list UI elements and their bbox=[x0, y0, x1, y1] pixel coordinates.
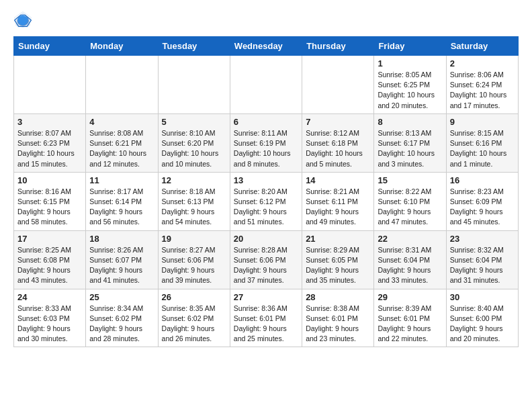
weekday-header-tuesday: Tuesday bbox=[158, 37, 230, 56]
day-cell: 25Sunrise: 8:34 AM Sunset: 6:02 PM Dayli… bbox=[86, 289, 158, 347]
day-cell: 26Sunrise: 8:35 AM Sunset: 6:02 PM Dayli… bbox=[158, 289, 230, 347]
week-row-3: 17Sunrise: 8:25 AM Sunset: 6:08 PM Dayli… bbox=[14, 230, 519, 289]
day-info: Sunrise: 8:08 AM Sunset: 6:21 PM Dayligh… bbox=[89, 128, 154, 169]
day-number: 5 bbox=[162, 117, 226, 127]
day-number: 30 bbox=[450, 292, 515, 302]
day-cell bbox=[230, 56, 302, 114]
day-cell: 4Sunrise: 8:08 AM Sunset: 6:21 PM Daylig… bbox=[86, 113, 158, 172]
day-info: Sunrise: 8:31 AM Sunset: 6:04 PM Dayligh… bbox=[378, 245, 442, 286]
day-number: 9 bbox=[450, 117, 515, 127]
weekday-header-sunday: Sunday bbox=[14, 37, 86, 56]
day-number: 3 bbox=[17, 117, 82, 127]
day-cell: 17Sunrise: 8:25 AM Sunset: 6:08 PM Dayli… bbox=[14, 230, 86, 289]
week-row-2: 10Sunrise: 8:16 AM Sunset: 6:15 PM Dayli… bbox=[14, 172, 519, 230]
day-info: Sunrise: 8:35 AM Sunset: 6:02 PM Dayligh… bbox=[162, 304, 226, 345]
day-info: Sunrise: 8:38 AM Sunset: 6:01 PM Dayligh… bbox=[306, 304, 370, 345]
day-info: Sunrise: 8:18 AM Sunset: 6:13 PM Dayligh… bbox=[162, 187, 226, 228]
day-info: Sunrise: 8:32 AM Sunset: 6:04 PM Dayligh… bbox=[450, 245, 515, 286]
day-cell: 23Sunrise: 8:32 AM Sunset: 6:04 PM Dayli… bbox=[446, 230, 518, 289]
day-info: Sunrise: 8:36 AM Sunset: 6:01 PM Dayligh… bbox=[234, 304, 298, 345]
weekday-header-saturday: Saturday bbox=[446, 37, 518, 56]
day-number: 1 bbox=[378, 58, 442, 68]
day-number: 10 bbox=[17, 175, 82, 185]
day-cell: 3Sunrise: 8:07 AM Sunset: 6:23 PM Daylig… bbox=[14, 113, 86, 172]
day-cell: 1Sunrise: 8:05 AM Sunset: 6:25 PM Daylig… bbox=[374, 56, 446, 114]
day-info: Sunrise: 8:17 AM Sunset: 6:14 PM Dayligh… bbox=[89, 187, 154, 228]
day-cell: 13Sunrise: 8:20 AM Sunset: 6:12 PM Dayli… bbox=[230, 172, 302, 230]
day-number: 22 bbox=[378, 234, 442, 244]
day-cell: 30Sunrise: 8:40 AM Sunset: 6:00 PM Dayli… bbox=[446, 289, 518, 347]
day-info: Sunrise: 8:26 AM Sunset: 6:07 PM Dayligh… bbox=[89, 245, 154, 286]
weekday-header-wednesday: Wednesday bbox=[230, 37, 302, 56]
day-info: Sunrise: 8:21 AM Sunset: 6:11 PM Dayligh… bbox=[306, 187, 370, 228]
day-info: Sunrise: 8:12 AM Sunset: 6:18 PM Dayligh… bbox=[306, 128, 370, 169]
day-number: 28 bbox=[306, 292, 370, 302]
day-cell: 19Sunrise: 8:27 AM Sunset: 6:06 PM Dayli… bbox=[158, 230, 230, 289]
day-cell: 24Sunrise: 8:33 AM Sunset: 6:03 PM Dayli… bbox=[14, 289, 86, 347]
day-number: 23 bbox=[450, 234, 515, 244]
day-number: 25 bbox=[89, 292, 154, 302]
day-info: Sunrise: 8:25 AM Sunset: 6:08 PM Dayligh… bbox=[17, 245, 82, 286]
day-number: 14 bbox=[306, 175, 370, 185]
day-cell: 15Sunrise: 8:22 AM Sunset: 6:10 PM Dayli… bbox=[374, 172, 446, 230]
day-number: 2 bbox=[450, 58, 515, 68]
day-number: 13 bbox=[234, 175, 298, 185]
day-number: 8 bbox=[378, 117, 442, 127]
day-cell: 28Sunrise: 8:38 AM Sunset: 6:01 PM Dayli… bbox=[302, 289, 374, 347]
day-info: Sunrise: 8:22 AM Sunset: 6:10 PM Dayligh… bbox=[378, 187, 442, 228]
day-info: Sunrise: 8:29 AM Sunset: 6:05 PM Dayligh… bbox=[306, 245, 370, 286]
weekday-header-monday: Monday bbox=[86, 37, 158, 56]
day-cell: 10Sunrise: 8:16 AM Sunset: 6:15 PM Dayli… bbox=[14, 172, 86, 230]
day-info: Sunrise: 8:33 AM Sunset: 6:03 PM Dayligh… bbox=[17, 304, 82, 345]
day-cell: 27Sunrise: 8:36 AM Sunset: 6:01 PM Dayli… bbox=[230, 289, 302, 347]
day-info: Sunrise: 8:20 AM Sunset: 6:12 PM Dayligh… bbox=[234, 187, 298, 228]
day-cell: 14Sunrise: 8:21 AM Sunset: 6:11 PM Dayli… bbox=[302, 172, 374, 230]
day-number: 19 bbox=[162, 234, 226, 244]
day-number: 18 bbox=[89, 234, 154, 244]
logo bbox=[13, 11, 36, 30]
day-info: Sunrise: 8:28 AM Sunset: 6:06 PM Dayligh… bbox=[234, 245, 298, 286]
day-info: Sunrise: 8:05 AM Sunset: 6:25 PM Dayligh… bbox=[378, 70, 442, 111]
day-number: 27 bbox=[234, 292, 298, 302]
weekday-header-row: SundayMondayTuesdayWednesdayThursdayFrid… bbox=[14, 37, 519, 56]
week-row-0: 1Sunrise: 8:05 AM Sunset: 6:25 PM Daylig… bbox=[14, 56, 519, 114]
day-number: 26 bbox=[162, 292, 226, 302]
calendar-table: SundayMondayTuesdayWednesdayThursdayFrid… bbox=[13, 36, 519, 347]
day-info: Sunrise: 8:06 AM Sunset: 6:24 PM Dayligh… bbox=[450, 70, 515, 111]
week-row-1: 3Sunrise: 8:07 AM Sunset: 6:23 PM Daylig… bbox=[14, 113, 519, 172]
day-info: Sunrise: 8:39 AM Sunset: 6:01 PM Dayligh… bbox=[378, 304, 442, 345]
day-cell bbox=[14, 56, 86, 114]
day-cell: 9Sunrise: 8:15 AM Sunset: 6:16 PM Daylig… bbox=[446, 113, 518, 172]
week-row-4: 24Sunrise: 8:33 AM Sunset: 6:03 PM Dayli… bbox=[14, 289, 519, 347]
day-number: 16 bbox=[450, 175, 515, 185]
day-number: 11 bbox=[89, 175, 154, 185]
day-number: 12 bbox=[162, 175, 226, 185]
day-info: Sunrise: 8:07 AM Sunset: 6:23 PM Dayligh… bbox=[17, 128, 82, 169]
day-cell: 18Sunrise: 8:26 AM Sunset: 6:07 PM Dayli… bbox=[86, 230, 158, 289]
day-number: 17 bbox=[17, 234, 82, 244]
day-cell: 12Sunrise: 8:18 AM Sunset: 6:13 PM Dayli… bbox=[158, 172, 230, 230]
day-cell: 21Sunrise: 8:29 AM Sunset: 6:05 PM Dayli… bbox=[302, 230, 374, 289]
logo-icon bbox=[13, 11, 32, 30]
day-number: 4 bbox=[89, 117, 154, 127]
day-cell: 6Sunrise: 8:11 AM Sunset: 6:19 PM Daylig… bbox=[230, 113, 302, 172]
day-info: Sunrise: 8:23 AM Sunset: 6:09 PM Dayligh… bbox=[450, 187, 515, 228]
day-info: Sunrise: 8:27 AM Sunset: 6:06 PM Dayligh… bbox=[162, 245, 226, 286]
day-info: Sunrise: 8:40 AM Sunset: 6:00 PM Dayligh… bbox=[450, 304, 515, 345]
page: SundayMondayTuesdayWednesdayThursdayFrid… bbox=[0, 0, 532, 358]
day-number: 21 bbox=[306, 234, 370, 244]
day-cell bbox=[302, 56, 374, 114]
day-info: Sunrise: 8:10 AM Sunset: 6:20 PM Dayligh… bbox=[162, 128, 226, 169]
day-number: 7 bbox=[306, 117, 370, 127]
header bbox=[13, 11, 519, 30]
day-info: Sunrise: 8:34 AM Sunset: 6:02 PM Dayligh… bbox=[89, 304, 154, 345]
day-cell bbox=[86, 56, 158, 114]
day-info: Sunrise: 8:16 AM Sunset: 6:15 PM Dayligh… bbox=[17, 187, 82, 228]
day-cell bbox=[158, 56, 230, 114]
weekday-header-thursday: Thursday bbox=[302, 37, 374, 56]
day-info: Sunrise: 8:11 AM Sunset: 6:19 PM Dayligh… bbox=[234, 128, 298, 169]
day-number: 24 bbox=[17, 292, 82, 302]
day-number: 15 bbox=[378, 175, 442, 185]
day-number: 20 bbox=[234, 234, 298, 244]
day-cell: 22Sunrise: 8:31 AM Sunset: 6:04 PM Dayli… bbox=[374, 230, 446, 289]
